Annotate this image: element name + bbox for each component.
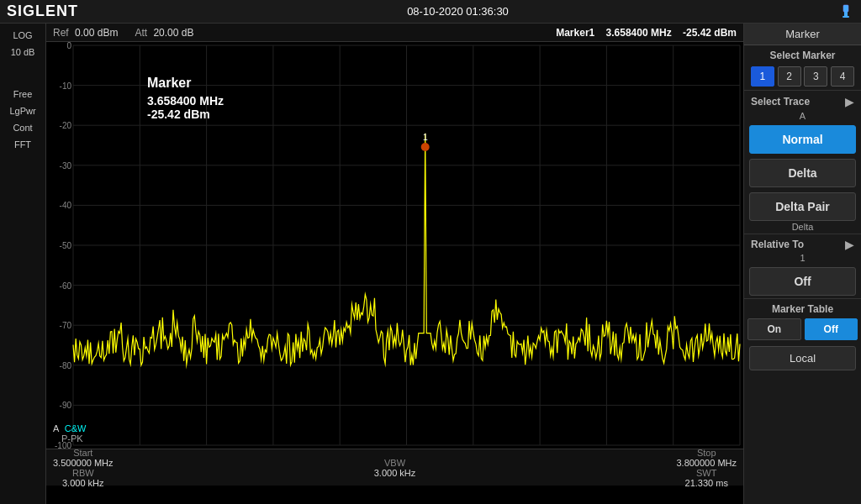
stop-value: 3.800000 MHz xyxy=(676,458,737,468)
right-panel: Marker Select Marker 1 2 3 4 Select Trac… xyxy=(743,24,861,504)
stop-swt-item: Stop 3.800000 MHz SWT 21.330 ms xyxy=(676,448,737,488)
cont-button[interactable]: Cont xyxy=(0,119,45,136)
vbw-label: VBW xyxy=(374,458,416,468)
rbw-label: RBW xyxy=(53,468,114,478)
marker-table-section: Marker Table On Off xyxy=(744,298,861,343)
start-label: Start xyxy=(53,448,114,458)
spectrum-wrapper: Marker 3.658400 MHz -25.42 dBm A C&W P-P… xyxy=(46,42,743,486)
trace-label: A C&W P-PK xyxy=(53,423,86,444)
chart-area: Ref 0.00 dBm Att 20.00 dB Marker1 3.6584… xyxy=(46,24,743,504)
left-panel: LOG 10 dB Free LgPwr Cont FFT xyxy=(0,24,46,504)
lgpwr-button[interactable]: LgPwr xyxy=(0,102,45,119)
marker-header-info: Marker1 3.658400 MHz -25.42 dBm xyxy=(556,27,737,39)
trace-a-label: A xyxy=(53,423,59,433)
att-value: 20.00 dB xyxy=(153,27,193,39)
panel-title: Marker xyxy=(744,24,861,45)
marker-table-label: Marker Table xyxy=(747,303,858,315)
relative-to-label: Relative To xyxy=(751,239,804,250)
marker-power: -25.42 dBm xyxy=(683,27,737,39)
ref-value: 0.00 dBm xyxy=(75,27,118,39)
free-button[interactable]: Free xyxy=(0,86,45,102)
delta-pair-button[interactable]: Delta Pair xyxy=(749,192,856,221)
marker-table-toggle: On Off xyxy=(747,318,858,340)
chart-header: Ref 0.00 dBm Att 20.00 dB Marker1 3.6584… xyxy=(46,24,743,42)
marker-num-4[interactable]: 4 xyxy=(831,66,854,87)
marker-num-1[interactable]: 1 xyxy=(751,66,774,87)
marker-num-3[interactable]: 3 xyxy=(804,66,827,87)
delta-pair-sub: Delta xyxy=(744,222,861,232)
datetime: 08-10-2020 01:36:30 xyxy=(407,5,509,18)
logo: SIGLENT xyxy=(7,3,78,20)
stop-label: Stop xyxy=(676,448,737,458)
relative-to-row: Relative To ▶ xyxy=(744,234,861,255)
start-rbw-item: Start 3.500000 MHz RBW 3.000 kHz xyxy=(53,448,114,488)
marker-table-on-button[interactable]: On xyxy=(747,318,801,340)
select-trace-label: Select Trace xyxy=(751,96,810,108)
trace-det-label: P-PK xyxy=(61,433,83,444)
relative-to-arrow[interactable]: ▶ xyxy=(845,238,854,251)
vbw-item: VBW 3.000 kHz xyxy=(374,458,416,478)
marker-name: Marker1 xyxy=(556,27,594,39)
select-trace-arrow[interactable]: ▶ xyxy=(845,95,854,108)
att-info: Att 20.00 dB xyxy=(135,27,193,39)
rbw-value: 3.000 kHz xyxy=(53,478,114,488)
svg-rect-2 xyxy=(843,16,849,18)
svg-rect-0 xyxy=(843,5,848,12)
normal-button[interactable]: Normal xyxy=(749,125,856,154)
marker-freq: 3.658400 MHz xyxy=(606,27,672,39)
off-button[interactable]: Off xyxy=(749,267,856,296)
start-value: 3.500000 MHz xyxy=(53,458,114,468)
relative-to-value: 1 xyxy=(744,253,861,263)
vbw-value: 3.000 kHz xyxy=(374,468,416,478)
att-label: Att xyxy=(135,27,147,39)
local-button[interactable]: Local xyxy=(749,346,856,370)
select-trace-value: A xyxy=(744,111,861,121)
ref-info: Ref 0.00 dBm xyxy=(53,27,118,39)
delta-button[interactable]: Delta xyxy=(749,159,856,187)
bottom-bar: Start 3.500000 MHz RBW 3.000 kHz VBW 3.0… xyxy=(46,449,743,486)
trace-type-label: C&W xyxy=(65,423,87,433)
usb-icon xyxy=(837,3,854,20)
select-trace-row: Select Trace ▶ xyxy=(744,90,861,113)
top-bar: SIGLENT 08-10-2020 01:36:30 xyxy=(0,0,861,24)
main-layout: LOG 10 dB Free LgPwr Cont FFT Ref 0.00 d… xyxy=(0,24,861,504)
spectrum-canvas xyxy=(46,42,743,449)
select-marker-label: Select Marker xyxy=(744,45,861,63)
ref-label: Ref xyxy=(53,27,69,39)
log-button[interactable]: LOG xyxy=(0,27,45,44)
marker-numbers: 1 2 3 4 xyxy=(744,63,861,90)
marker-num-2[interactable]: 2 xyxy=(778,66,801,87)
marker-table-off-button[interactable]: Off xyxy=(805,318,858,340)
swt-value: 21.330 ms xyxy=(676,478,737,488)
fft-button[interactable]: FFT xyxy=(0,136,45,153)
10db-button[interactable]: 10 dB xyxy=(0,44,45,60)
swt-label: SWT xyxy=(676,468,737,478)
